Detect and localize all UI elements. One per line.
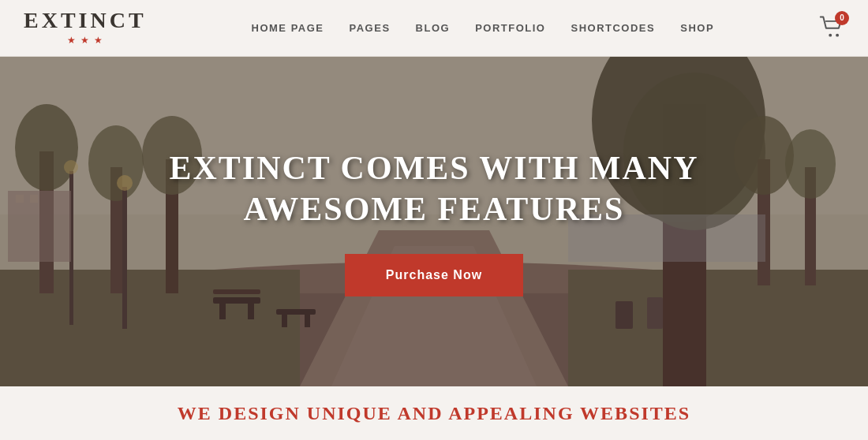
nav-item-shortcodes[interactable]: SHORTCODES — [571, 22, 655, 34]
footer-tagline: WE DESIGN UNIQUE AND APPEALING WEBSITES — [178, 403, 690, 424]
logo-star-3: ★ — [94, 35, 103, 47]
logo-stars: ★ ★ ★ — [67, 35, 103, 47]
hero-title-line1: EXTINCT COMES WITH MANY — [169, 150, 698, 186]
logo-star-1: ★ — [67, 35, 76, 47]
hero-content: EXTINCT COMES WITH MANY AWESOME FEATURES… — [0, 57, 868, 386]
cart-button[interactable]: 0 — [819, 14, 844, 43]
hero-title: EXTINCT COMES WITH MANY AWESOME FEATURES — [169, 147, 698, 230]
logo[interactable]: EXTINCT ★ ★ ★ — [24, 9, 147, 47]
hero-title-line2: AWESOME FEATURES — [244, 191, 625, 227]
svg-point-0 — [829, 33, 832, 36]
purchase-now-button[interactable]: Purchase Now — [345, 254, 523, 296]
site-header: EXTINCT ★ ★ ★ HOME PAGE PAGES BLOG PORTF… — [0, 0, 868, 57]
footer-tagline-section: WE DESIGN UNIQUE AND APPEALING WEBSITES — [0, 386, 868, 440]
cart-badge: 0 — [835, 11, 849, 25]
nav-item-pages[interactable]: PAGES — [350, 22, 391, 34]
logo-text: EXTINCT — [24, 9, 147, 32]
hero-section: EXTINCT COMES WITH MANY AWESOME FEATURES… — [0, 57, 868, 386]
nav-item-shop[interactable]: SHOP — [680, 22, 714, 34]
main-nav: HOME PAGE PAGES BLOG PORTFOLIO SHORTCODE… — [252, 22, 715, 34]
svg-point-1 — [836, 33, 839, 36]
nav-item-portfolio[interactable]: PORTFOLIO — [475, 22, 545, 34]
logo-star-2: ★ — [80, 35, 89, 47]
nav-item-home[interactable]: HOME PAGE — [252, 22, 324, 34]
nav-item-blog[interactable]: BLOG — [416, 22, 451, 34]
